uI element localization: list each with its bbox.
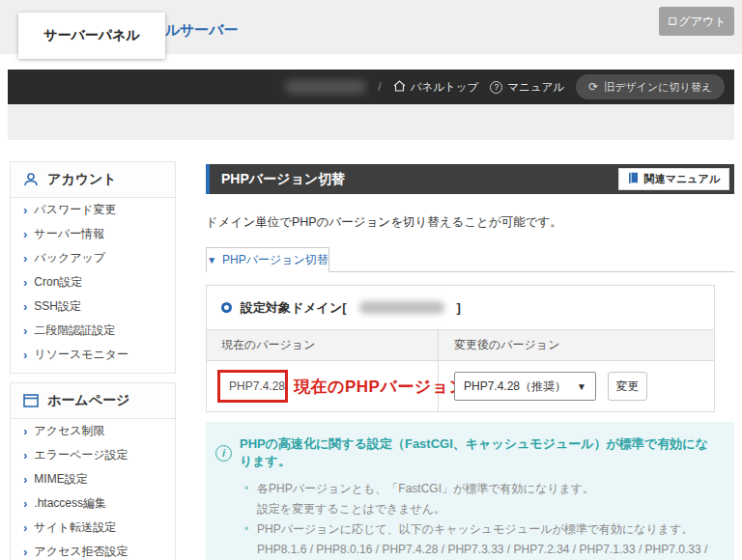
chevron-right-icon: › xyxy=(23,349,27,361)
sidebar-item-resource-monitor[interactable]: ›リソースモニター xyxy=(11,343,175,367)
subheader-band xyxy=(8,104,734,140)
related-manual-label: 関連マニュアル xyxy=(644,172,720,186)
logout-button[interactable]: ログアウト xyxy=(659,7,734,36)
sidebar-item-label: サーバー情報 xyxy=(34,226,104,242)
sidebar-item-label: アクセス拒否設定 xyxy=(34,544,128,560)
question-icon: ? xyxy=(490,81,502,94)
version-table-header: 現在のバージョン 変更後のバージョン xyxy=(207,329,714,361)
refresh-icon: ⟳ xyxy=(588,80,598,94)
tab-php-version-switch[interactable]: ▼ PHPバージョン切替 xyxy=(206,247,329,272)
sidebar-item-label: .htaccess編集 xyxy=(34,495,106,512)
infobox-line: 設定を変更することはできません。 xyxy=(244,499,719,519)
change-button[interactable]: 変更 xyxy=(608,372,647,401)
sidebar: アカウント ›パスワード変更 ›サーバー情報 ›バックアップ ›Cron設定 ›… xyxy=(10,161,176,560)
php-version-select-value: PHP7.4.28（推奨） xyxy=(464,378,566,395)
chevron-right-icon: › xyxy=(23,546,27,558)
chevron-right-icon: › xyxy=(23,324,27,337)
chevron-right-icon: › xyxy=(23,497,27,510)
server-panel-tab[interactable]: サーバーパネル xyxy=(18,13,165,59)
sidebar-item-label: MIME設定 xyxy=(34,471,87,488)
main-content: PHPバージョン切替 関連マニュアル ドメイン単位でPHPのバージョンを切り替え… xyxy=(206,140,734,560)
sidebar-item-label: アクセス制限 xyxy=(34,423,104,439)
account-name-redacted xyxy=(285,80,366,94)
sidebar-item-htaccess[interactable]: ›.htaccess編集 xyxy=(11,491,175,516)
page-title: PHPバージョン切替 xyxy=(210,171,345,188)
domain-name-redacted xyxy=(359,301,444,314)
infobox-bullet: 各PHPバージョンとも、「FastCGI」が標準で有効になります。 xyxy=(244,479,719,499)
infobox-heading: PHPの高速化に関する設定（FastCGI、キャッシュモジュール）が標準で有効に… xyxy=(240,435,719,470)
info-icon: i xyxy=(215,445,232,462)
chevron-right-icon: › xyxy=(23,276,27,289)
col-new-version: 変更後のバージョン xyxy=(454,337,559,353)
sidebar-item-label: Cron設定 xyxy=(34,274,82,291)
sidebar-item-error-page[interactable]: ›エラーページ設定 xyxy=(11,443,175,467)
book-icon xyxy=(628,172,639,186)
tab-label: PHPバージョン切替 xyxy=(222,252,328,268)
sidebar-item-label: SSH設定 xyxy=(34,298,81,315)
sidebar-item-two-factor[interactable]: ›二段階認証設定 xyxy=(11,319,175,343)
sidebar-account-header: アカウント xyxy=(11,162,175,198)
chevron-right-icon: › xyxy=(23,473,27,486)
sidebar-item-ssh[interactable]: ›SSH設定 xyxy=(11,294,175,319)
infobox-body: 各PHPバージョンとも、「FastCGI」が標準で有効になります。 設定を変更す… xyxy=(244,479,719,560)
chevron-right-icon: › xyxy=(23,228,27,240)
php-acceleration-infobox: i PHPの高速化に関する設定（FastCGI、キャッシュモジュール）が標準で有… xyxy=(206,422,734,560)
chevron-right-icon: › xyxy=(23,300,27,313)
sidebar-item-backup[interactable]: ›バックアップ xyxy=(11,246,175,270)
sidebar-item-label: エラーページ設定 xyxy=(34,447,128,463)
sidebar-item-password-change[interactable]: ›パスワード変更 xyxy=(11,198,175,222)
browser-window-icon xyxy=(23,394,39,407)
chevron-right-icon: › xyxy=(23,425,27,437)
sidebar-item-label: サイト転送設定 xyxy=(34,519,116,536)
nav-manual-label: マニュアル xyxy=(507,80,564,95)
infobox-bullet: PHPバージョンに応じて、以下のキャッシュモジュールが標準で有効になります。 xyxy=(244,519,719,540)
sidebar-item-cron[interactable]: ›Cron設定 xyxy=(11,270,175,294)
chevron-right-icon: › xyxy=(23,449,27,462)
radio-ring-icon xyxy=(221,302,232,313)
infobox-line: PHP8.1.6 / PHP8.0.16 / PHP7.4.28 / PHP7.… xyxy=(244,540,719,560)
dark-navbar: / パネルトップ ? マニュアル ⟳ 旧デザインに切り替え xyxy=(8,70,734,104)
chevron-down-icon: ▼ xyxy=(207,255,216,266)
current-version-highlight-box: PHP7.4.28 xyxy=(217,370,288,403)
sidebar-item-label: パスワード変更 xyxy=(34,202,116,218)
chevron-right-icon: › xyxy=(23,521,27,534)
nav-panel-top-label: パネルトップ xyxy=(411,80,479,95)
sidebar-account-title: アカウント xyxy=(47,171,117,188)
version-table-row: PHP7.4.28 現在のPHPバージョン PHP7.4.28（推奨） ▼ 変更 xyxy=(207,361,714,411)
switch-old-design-button[interactable]: ⟳ 旧デザインに切り替え xyxy=(576,74,725,99)
target-domain-label: 設定対象ドメイン[ xyxy=(241,299,347,317)
page-description: ドメイン単位でPHPのバージョンを切り替えることが可能です。 xyxy=(206,214,734,231)
settings-panel: 設定対象ドメイン[ ] 現在のバージョン 変更後のバージョン PHP7.4.28… xyxy=(206,285,715,412)
sidebar-item-mime[interactable]: ›MIME設定 xyxy=(11,467,175,491)
target-domain-bracket-close: ] xyxy=(457,300,461,315)
page-title-bar: PHPバージョン切替 関連マニュアル xyxy=(206,164,734,194)
switch-old-design-label: 旧デザインに切り替え xyxy=(604,80,712,95)
sidebar-item-site-redirect[interactable]: ›サイト転送設定 xyxy=(11,516,175,540)
related-manual-button[interactable]: 関連マニュアル xyxy=(618,168,729,190)
chevron-down-icon: ▼ xyxy=(577,381,586,392)
sidebar-item-label: リソースモニター xyxy=(34,347,128,363)
php-version-select[interactable]: PHP7.4.28（推奨） ▼ xyxy=(454,372,596,401)
sidebar-item-access-deny[interactable]: ›アクセス拒否設定 xyxy=(11,540,175,560)
nav-separator: / xyxy=(378,80,381,94)
server-panel-page: Xserver レンタルサーバー ログアウト / パネルトップ ? マニュアル … xyxy=(0,0,742,560)
sidebar-section-homepage: ホームページ ›アクセス制限 ›エラーページ設定 ›MIME設定 ›.htacc… xyxy=(10,382,176,560)
col-current-version: 現在のバージョン xyxy=(221,337,315,353)
sidebar-item-server-info[interactable]: ›サーバー情報 xyxy=(11,222,175,246)
sidebar-item-access-restriction[interactable]: ›アクセス制限 xyxy=(11,419,175,443)
current-version-value: PHP7.4.28 xyxy=(229,379,285,393)
sidebar-homepage-header: ホームページ xyxy=(11,383,175,419)
home-icon xyxy=(393,80,406,94)
nav-panel-top-link[interactable]: パネルトップ xyxy=(393,80,479,95)
chevron-right-icon: › xyxy=(23,204,27,216)
tab-row: ▼ PHPバージョン切替 xyxy=(206,247,734,272)
target-domain-row: 設定対象ドメイン[ ] xyxy=(207,286,714,329)
sidebar-item-label: バックアップ xyxy=(34,250,105,266)
sidebar-section-account: アカウント ›パスワード変更 ›サーバー情報 ›バックアップ ›Cron設定 ›… xyxy=(10,161,176,374)
person-icon xyxy=(23,172,39,187)
sidebar-item-label: 二段階認証設定 xyxy=(34,322,115,339)
chevron-right-icon: › xyxy=(23,252,27,265)
sidebar-homepage-title: ホームページ xyxy=(47,392,129,409)
nav-manual-link[interactable]: ? マニュアル xyxy=(490,80,564,95)
